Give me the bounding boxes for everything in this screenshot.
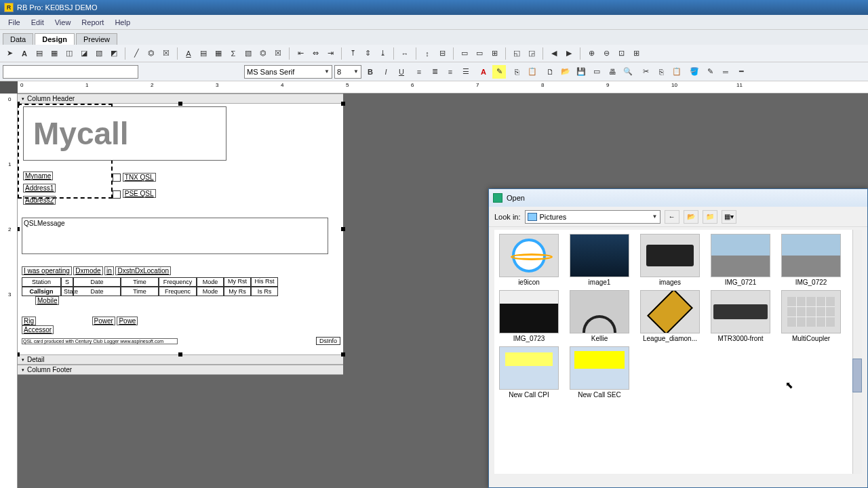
line-color-button[interactable]: ✎ [703,65,717,79]
font-size-select[interactable]: 8▼ [334,65,361,79]
label-power[interactable]: Power [92,317,115,325]
bold-button[interactable]: B [363,65,377,79]
view-menu-button[interactable]: ▦▾ [722,210,736,224]
menu-file[interactable]: File [3,17,26,28]
copy2-button[interactable]: ⎘ [654,65,668,79]
menu-view[interactable]: View [50,17,77,28]
dbrichtext-tool[interactable]: ▦ [212,47,225,60]
file-thumb[interactable]: image1 [569,234,630,286]
dbbarcode-tool[interactable]: ⏣ [256,47,270,60]
file-thumb[interactable]: IMG_0721 [710,234,771,286]
italic-button[interactable]: I [379,65,393,79]
tab-design[interactable]: Design [35,33,75,45]
nudge-left-tool[interactable]: ◀ [547,47,561,60]
fill-color-button[interactable]: 🪣 [688,65,701,79]
log-table-header[interactable]: Station S Date Time Frequency Mode My Rs… [22,277,278,287]
file-scrollbar[interactable] [852,230,862,474]
barcode-tool[interactable]: ⏣ [144,47,158,60]
pointer-tool[interactable]: ➤ [3,47,16,60]
file-thumb[interactable]: images [639,234,701,286]
image-tool[interactable]: ▧ [92,47,106,60]
copy-button[interactable]: ⎘ [510,65,524,79]
center-h-tool[interactable]: ⊟ [435,47,449,60]
footer-credit[interactable]: QSL card produced with Century Club Logg… [22,338,178,344]
menu-help[interactable]: Help [109,17,136,28]
grow-tool[interactable]: ⊕ [585,47,598,60]
menu-report[interactable]: Report [76,17,109,28]
file-thumb[interactable]: Kellie [569,290,630,342]
shape-tool[interactable]: ◩ [107,47,121,60]
text-justify-button[interactable]: ☰ [459,65,473,79]
crosstab-tool[interactable]: ⊞ [488,47,501,60]
line-tool[interactable]: ╱ [130,47,143,60]
subreport-tool[interactable]: ▭ [473,47,486,60]
align-right-tool[interactable]: ⇥ [323,47,337,60]
menu-edit[interactable]: Edit [26,17,50,28]
dialog-titlebar[interactable]: Open [489,189,867,207]
log-table-row[interactable]: Callsign State Date Time Frequenc Mode M… [22,287,278,296]
space-h-tool[interactable]: ↔ [398,47,412,60]
font-color-button[interactable]: A [477,65,490,79]
field-operating[interactable]: I was operating [22,266,72,275]
dbtext-tool[interactable]: A [182,47,195,60]
bring-front-tool[interactable]: ◱ [510,47,524,60]
dbmemo-tool[interactable]: ▤ [197,47,210,60]
field-address2[interactable]: Address2 [23,196,56,205]
file-thumb[interactable]: MTR3000-front [710,290,771,342]
field-in[interactable]: in [104,266,114,275]
nudge-right-tool[interactable]: ▶ [562,47,576,60]
variable-tool[interactable]: ◪ [77,47,91,60]
size-tool[interactable]: ⊡ [614,47,628,60]
label-pse[interactable]: PSE QSL [123,189,156,198]
field-qslmessage[interactable]: QSLMessage [22,218,328,254]
band-column-footer[interactable]: Column Footer [18,365,343,375]
align-top-tool[interactable]: ⤒ [346,47,359,60]
label-mycall[interactable]: Mycall [23,106,226,161]
space-v-tool[interactable]: ↕ [420,47,434,60]
print-preview-button[interactable]: 🔍 [621,65,635,79]
file-list[interactable]: ie9iconimage1imagesIMG_0721IMG_0722IMG_0… [494,230,862,474]
richtext-tool[interactable]: ▦ [47,47,61,60]
checkbox-tool[interactable]: ☒ [159,47,173,60]
cut-button[interactable]: ✂ [639,65,652,79]
dbcheckbox-tool[interactable]: ☒ [271,47,285,60]
underline-button[interactable]: U [395,65,408,79]
text-center-button[interactable]: ≣ [428,65,441,79]
checkbox-pse[interactable] [113,190,121,199]
new-button[interactable]: 🗋 [543,65,557,79]
field-address1[interactable]: Address1 [23,184,56,192]
snap-tool[interactable]: ⊞ [629,47,643,60]
send-back-tool[interactable]: ◲ [525,47,538,60]
region-tool[interactable]: ▭ [458,47,471,60]
paste2-button[interactable]: 📋 [670,65,684,79]
checkbox-tnx[interactable] [113,174,121,182]
print-button[interactable]: 🖶 [606,65,619,79]
back-button[interactable]: ← [665,210,679,224]
file-thumb[interactable]: New Call CPI [498,346,559,399]
align-bottom-tool[interactable]: ⤓ [376,47,389,60]
text-left-button[interactable]: ≡ [412,65,426,79]
field-myname[interactable]: Myname [23,171,53,180]
align-middle-tool[interactable]: ⇕ [361,47,374,60]
object-name-input[interactable] [3,65,138,79]
sysvar-tool[interactable]: ◫ [62,47,76,60]
dbimage-tool[interactable]: ▧ [241,47,255,60]
dbcalc-tool[interactable]: Σ [226,47,240,60]
font-select[interactable]: MS Sans Serif▼ [244,65,332,79]
highlight-button[interactable]: ✎ [492,65,506,79]
up-folder-button[interactable]: 📂 [684,210,698,224]
paste-button[interactable]: 📋 [526,65,539,79]
file-thumb[interactable]: ie9icon [498,234,559,286]
file-thumb[interactable]: IMG_0722 [781,234,842,286]
field-rig[interactable]: Rig [22,317,36,325]
file-thumb[interactable]: New Call SEC [569,346,630,399]
align-left-tool[interactable]: ⇤ [294,47,307,60]
file-thumb[interactable]: IMG_0723 [498,290,559,342]
field-dsinfo[interactable]: DsInfo [316,337,340,345]
label-tnx[interactable]: TNX QSL [123,173,156,182]
field-accessor[interactable]: Accessor [22,325,54,334]
scroll-thumb[interactable] [852,359,862,392]
field-mobile[interactable]: Mobile [35,296,59,305]
page-setup-button[interactable]: ▭ [590,65,604,79]
new-folder-button[interactable]: 📁 [703,210,717,224]
